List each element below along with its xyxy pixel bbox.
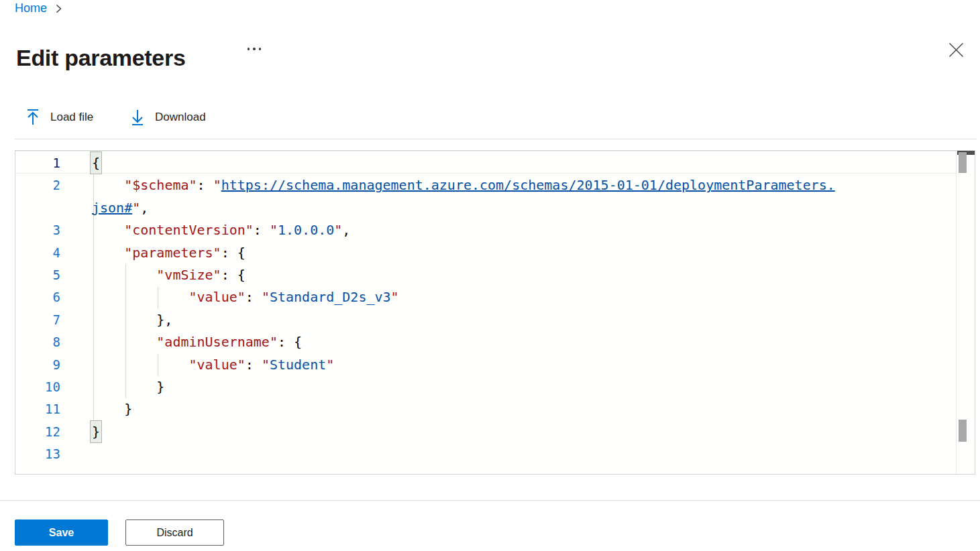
line-number (15, 197, 92, 219)
token-strq: " (213, 177, 221, 193)
token-punc: }, (156, 312, 172, 328)
token-brm: } (91, 421, 101, 442)
token-punc: : (246, 289, 262, 305)
save-button[interactable]: Save (15, 519, 108, 546)
line-number: 12 (15, 421, 92, 443)
overview-ruler-bracket-mark (959, 420, 967, 442)
editor-row[interactable]: 3 "contentVersion": "1.0.0.0", (15, 219, 956, 241)
token-strq: " (334, 222, 342, 238)
editor-row[interactable]: 2 "$schema": "https://schema.management.… (15, 174, 956, 196)
token-ws (92, 222, 124, 238)
editor-row[interactable]: 12} (15, 421, 956, 443)
token-ws (92, 357, 189, 373)
breadcrumb-home-link[interactable]: Home (15, 1, 47, 15)
editor-row[interactable]: 7 }, (15, 309, 956, 331)
token-punc: : (254, 222, 270, 238)
token-ws (92, 245, 124, 261)
breadcrumb: Home (15, 1, 62, 15)
download-label: Download (155, 111, 206, 124)
token-strq: " (132, 200, 140, 216)
code-line: } (92, 376, 164, 398)
upload-icon (25, 109, 40, 126)
line-number: 2 (15, 174, 92, 196)
editor-row[interactable]: 6 "value": "Standard_D2s_v3" (15, 286, 956, 308)
editor-row[interactable]: 5 "vmSize": { (15, 264, 956, 286)
editor-row[interactable]: 1{ (15, 152, 956, 174)
token-ws (92, 401, 124, 417)
code-line: "vmSize": { (92, 264, 246, 286)
token-strq: " (270, 222, 278, 238)
token-brm: { (91, 152, 101, 174)
page-title: Edit parameters (16, 45, 186, 71)
editor-row[interactable]: json#", (15, 197, 956, 219)
footer-divider (0, 500, 980, 501)
line-number: 1 (15, 152, 92, 174)
token-ws (92, 289, 189, 305)
token-strq: " (262, 289, 270, 305)
token-punc: } (124, 401, 132, 417)
token-key: "$schema" (124, 177, 197, 193)
code-line: "value": "Student" (92, 354, 334, 376)
code-line: json#", (92, 197, 148, 219)
line-number: 11 (15, 398, 92, 420)
code-line: "parameters": { (92, 242, 246, 264)
line-number: 5 (15, 264, 92, 286)
token-str: Standard_D2s_v3 (270, 289, 391, 305)
close-icon (948, 42, 964, 58)
line-number: 3 (15, 219, 92, 241)
token-strq: " (391, 289, 399, 305)
ellipsis-icon (248, 48, 250, 50)
line-number: 7 (15, 309, 92, 331)
token-ws (92, 334, 156, 350)
discard-button[interactable]: Discard (125, 519, 224, 546)
editor-row[interactable]: 10 } (15, 376, 956, 398)
json-parameters-editor[interactable]: 1{2 "$schema": "https://schema.managemen… (15, 150, 975, 475)
token-str: Student (270, 357, 326, 373)
token-link: json# (92, 200, 132, 216)
line-number: 4 (15, 242, 92, 264)
token-punc: : { (221, 245, 246, 261)
code-line: "adminUsername": { (92, 331, 302, 353)
code-line: "value": "Standard_D2s_v3" (92, 286, 399, 308)
line-number: 6 (15, 286, 92, 308)
token-strq: " (326, 357, 334, 373)
editor-row[interactable]: 8 "adminUsername": { (15, 331, 956, 353)
token-key: "vmSize" (156, 267, 221, 283)
code-line: { (92, 152, 100, 174)
editor-row[interactable]: 13 (15, 443, 956, 465)
token-link: https://schema.management.azure.com/sche… (221, 177, 835, 193)
download-button[interactable]: Download (126, 106, 210, 129)
code-line: "$schema": "https://schema.management.az… (92, 174, 835, 196)
token-ws (92, 379, 156, 395)
token-key: "value" (189, 289, 246, 305)
token-punc: : (197, 177, 213, 193)
token-str: 1.0.0.0 (278, 222, 334, 238)
download-icon (130, 109, 145, 126)
chevron-right-icon (55, 4, 62, 13)
more-options-button[interactable] (243, 42, 266, 56)
load-file-button[interactable]: Load file (21, 106, 97, 129)
code-line: } (92, 421, 100, 443)
line-number: 13 (15, 443, 92, 465)
editor-row[interactable]: 4 "parameters": { (15, 242, 956, 264)
line-number: 10 (15, 376, 92, 398)
token-key: "contentVersion" (124, 222, 254, 238)
token-strq: " (262, 357, 270, 373)
editor-row[interactable]: 11 } (15, 398, 956, 420)
editor-lines: 1{2 "$schema": "https://schema.managemen… (15, 152, 956, 465)
editor-row[interactable]: 9 "value": "Student" (15, 354, 956, 376)
line-number: 8 (15, 331, 92, 353)
overview-ruler-border (956, 151, 957, 474)
token-ws (92, 267, 156, 283)
token-key: "value" (189, 357, 246, 373)
line-number: 9 (15, 354, 92, 376)
token-ws (92, 177, 124, 193)
code-line: } (92, 398, 132, 420)
close-button[interactable] (944, 39, 967, 60)
token-punc: , (342, 222, 350, 238)
load-file-label: Load file (50, 111, 93, 124)
token-key: "parameters" (124, 245, 221, 261)
scrollbar-thumb[interactable] (959, 152, 967, 173)
token-punc: : { (278, 334, 302, 350)
toolbar-divider (15, 139, 977, 139)
